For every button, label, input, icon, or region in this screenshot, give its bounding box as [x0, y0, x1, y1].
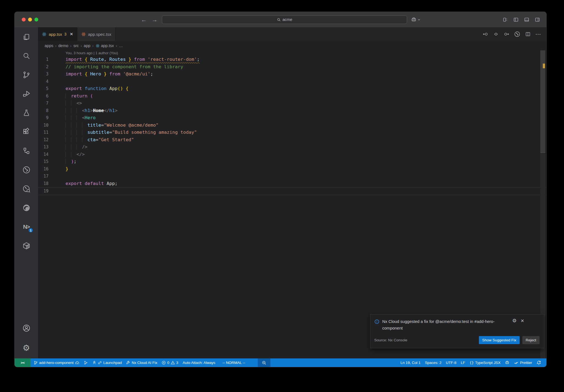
encoding-item[interactable]: UTF-8 — [444, 358, 458, 367]
auto-attach-item[interactable]: Auto Attach: Always — [181, 358, 217, 367]
code-line[interactable]: 3import { Hero } from '@acme/ui'; — [38, 70, 546, 78]
explorer-icon[interactable] — [15, 27, 38, 46]
source-control-icon[interactable] — [15, 65, 38, 84]
codelens-blame[interactable]: You, 3 hours ago | 1 author (You) — [38, 50, 546, 56]
notification-settings-icon[interactable]: ⚙ — [512, 318, 517, 323]
code-line[interactable]: 11 subtitle="Build something amazing tod… — [38, 129, 546, 136]
tab-app-spec-tsx[interactable]: app.spec.tsx — [77, 27, 115, 41]
toggle-primary-sidebar-icon[interactable] — [513, 17, 519, 23]
more-actions-icon[interactable]: ⋯ — [535, 31, 541, 37]
zoom-status-item[interactable] — [258, 358, 270, 367]
run-debug-icon[interactable] — [15, 84, 38, 103]
split-editor-icon[interactable] — [525, 31, 531, 37]
code-line[interactable]: 6 return ( — [38, 92, 546, 100]
wrench-icon — [126, 361, 130, 365]
navigate-back-icon[interactable] — [482, 31, 489, 37]
toggle-secondary-sidebar-icon[interactable] — [535, 17, 540, 23]
minimize-window-button[interactable] — [28, 18, 32, 21]
breadcrumb-file[interactable]: app.tsx — [96, 43, 114, 48]
breadcrumb-item[interactable]: src — [73, 43, 78, 48]
toggle-panel-icon[interactable] — [524, 17, 530, 23]
line-number: 14 — [38, 151, 48, 158]
code-line[interactable]: 10 title="Welcmoe @acme/demo" — [38, 122, 546, 129]
code-line[interactable]: 16} — [38, 165, 546, 173]
account-icon[interactable] — [15, 318, 38, 337]
commit-graph-icon[interactable] — [15, 160, 38, 179]
vim-mode-item[interactable]: -- NORMAL -- — [221, 358, 247, 367]
code-line[interactable]: 9 <Hero — [38, 114, 546, 122]
tab-app-tsx[interactable]: app.tsx 3 ✕ — [38, 27, 77, 41]
code-line[interactable]: 14 </> — [38, 151, 546, 158]
code-line[interactable]: 13 /> — [38, 143, 546, 151]
line-number: 9 — [38, 114, 48, 122]
code-line[interactable]: 2// importing the component from the lib… — [38, 63, 546, 71]
code-line[interactable]: 15 ); — [38, 158, 546, 165]
settings-gear-icon[interactable]: ⚙ — [15, 337, 38, 358]
line-number: 16 — [38, 165, 48, 173]
language-mode-item[interactable]: {} TypeScript JSX — [468, 358, 502, 367]
testing-icon[interactable] — [15, 103, 38, 122]
code-line[interactable]: 4 — [38, 78, 546, 85]
code-line-text: import { Route, Routes } from 'react-rou… — [48, 56, 200, 63]
container-icon[interactable] — [15, 236, 38, 255]
code-line[interactable]: 19 — [38, 187, 546, 195]
navigate-position-icon[interactable] — [493, 31, 499, 37]
edge-browser-icon[interactable] — [15, 198, 38, 217]
link-icon — [98, 361, 102, 365]
code-line-text — [48, 187, 66, 195]
breadcrumb-item[interactable]: apps — [45, 43, 53, 48]
line-number: 5 — [38, 85, 48, 92]
eol-item[interactable]: LF — [459, 358, 467, 367]
navigate-forward-icon[interactable] — [503, 31, 509, 37]
customize-layout-icon[interactable] — [502, 17, 508, 23]
breadcrumb-item[interactable]: app — [84, 43, 90, 48]
reject-button[interactable]: Reject — [522, 336, 539, 344]
code-line[interactable]: 1import { Route, Routes } from 'react-ro… — [38, 56, 546, 63]
command-center-search[interactable]: acme — [162, 15, 407, 24]
zoom-window-button[interactable] — [34, 18, 38, 21]
git-branch-item[interactable]: add-hero-component — [32, 358, 81, 367]
breadcrumb-symbol[interactable]: … — [119, 43, 123, 48]
notifications-bell-item[interactable] — [535, 358, 543, 367]
history-forward-button[interactable]: → — [151, 17, 158, 23]
cursor-position-item[interactable]: Ln 19, Col 1 — [398, 358, 422, 367]
code-editor[interactable]: You, 3 hours ago | 1 author (You) 1impor… — [38, 50, 546, 358]
launchpad-item[interactable]: Launchpad — [90, 358, 124, 367]
history-back-button[interactable]: ← — [140, 17, 147, 23]
notification-close-icon[interactable]: ✕ — [520, 318, 524, 323]
problems-item[interactable]: 0 3 — [160, 358, 180, 367]
git-graph-item[interactable] — [82, 358, 90, 367]
code-line-text: import { Hero } from '@acme/ui'; — [48, 70, 153, 78]
warning-marker — [543, 64, 545, 68]
remote-indicator[interactable]: >< — [15, 358, 31, 367]
line-number: 17 — [38, 173, 48, 180]
nx-console-icon[interactable]: N> 1 — [15, 217, 38, 236]
code-line[interactable]: 5export function App() { — [38, 85, 546, 92]
code-line[interactable]: 18export default App; — [38, 180, 546, 187]
run-file-icon[interactable] — [514, 31, 520, 37]
search-value: acme — [283, 17, 292, 22]
close-tab-icon[interactable]: ✕ — [70, 32, 73, 37]
breadcrumb-item[interactable]: demo — [58, 43, 68, 48]
nx-cloud-fix-item[interactable]: Nx Cloud AI Fix — [124, 358, 159, 367]
branch-icon — [34, 361, 38, 365]
inspect-search-icon[interactable] — [15, 179, 38, 198]
code-line[interactable]: 12 cta="Get Started" — [38, 136, 546, 144]
editor-tab-bar: app.tsx 3 ✕ app.spec.tsx — [38, 27, 546, 41]
copilot-menu-button[interactable] — [411, 17, 421, 23]
search-sidebar-icon[interactable] — [15, 46, 38, 65]
extensions-icon[interactable] — [15, 122, 38, 141]
line-number: 6 — [38, 92, 48, 100]
line-number: 19 — [38, 187, 48, 195]
project-references-icon[interactable] — [15, 141, 38, 160]
editor-scrollbar[interactable] — [540, 50, 545, 358]
show-suggested-fix-button[interactable]: Show Suggested Fix — [479, 336, 520, 344]
code-line[interactable]: 7 <> — [38, 100, 546, 107]
code-line[interactable]: 17 — [38, 173, 546, 180]
indentation-item[interactable]: Spaces: 2 — [423, 358, 443, 367]
code-line[interactable]: 8 <h1>Home</h1> — [38, 107, 546, 115]
copilot-status-item[interactable] — [503, 358, 511, 367]
formatter-item[interactable]: Prettier — [512, 358, 534, 367]
search-icon — [277, 18, 281, 22]
close-window-button[interactable] — [22, 18, 26, 21]
